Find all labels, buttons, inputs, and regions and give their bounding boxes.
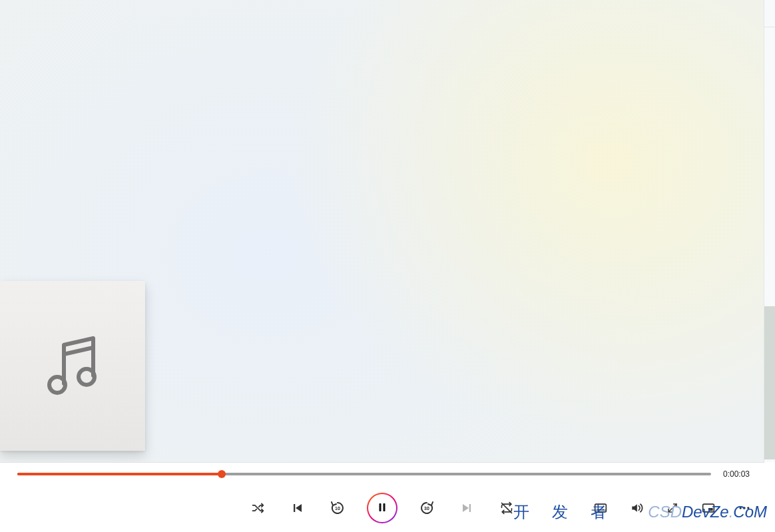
svg-rect-13	[708, 508, 713, 511]
svg-text:30: 30	[424, 506, 429, 511]
seek-slider[interactable]	[17, 473, 711, 475]
shuffle-button[interactable]	[247, 497, 268, 519]
pause-button[interactable]	[367, 493, 397, 523]
previous-button[interactable]	[287, 497, 308, 519]
skip-previous-icon	[292, 502, 304, 514]
shuffle-icon	[251, 501, 264, 515]
skip-forward-30-button[interactable]: 30	[416, 497, 437, 519]
svg-point-16	[747, 507, 749, 509]
right-panel-sliver	[764, 0, 775, 462]
album-art-card	[0, 281, 145, 451]
skip-back-10-button[interactable]: 10	[327, 497, 348, 519]
svg-rect-4	[380, 503, 382, 511]
skip-next-icon	[461, 502, 473, 514]
svg-point-15	[743, 507, 745, 509]
controls-row: 10 30	[0, 484, 764, 532]
subtitles-button[interactable]	[590, 497, 611, 519]
skip-back-icon: 10	[330, 500, 346, 516]
volume-icon	[630, 501, 643, 515]
repeat-button[interactable]	[496, 497, 517, 519]
more-horizontal-icon	[738, 501, 751, 515]
skip-forward-icon: 30	[419, 500, 435, 516]
svg-point-14	[740, 507, 742, 509]
subtitles-icon	[594, 503, 607, 513]
volume-button[interactable]	[626, 497, 647, 519]
svg-rect-2	[294, 504, 295, 512]
next-button[interactable]	[456, 497, 477, 519]
repeat-off-icon	[500, 501, 513, 515]
music-note-icon	[43, 332, 103, 401]
expand-icon	[666, 502, 678, 514]
svg-rect-7	[469, 504, 471, 512]
more-options-button[interactable]	[734, 497, 755, 519]
progress-row: 0:00:03	[0, 462, 764, 485]
fullscreen-button[interactable]	[662, 497, 683, 519]
elapsed-time-label: 0:00:03	[723, 469, 750, 479]
svg-rect-9	[595, 504, 607, 512]
pause-icon	[376, 501, 388, 515]
miniplayer-icon	[702, 503, 715, 513]
miniplayer-button[interactable]	[698, 497, 719, 519]
svg-rect-5	[384, 503, 386, 511]
svg-text:10: 10	[335, 506, 340, 511]
